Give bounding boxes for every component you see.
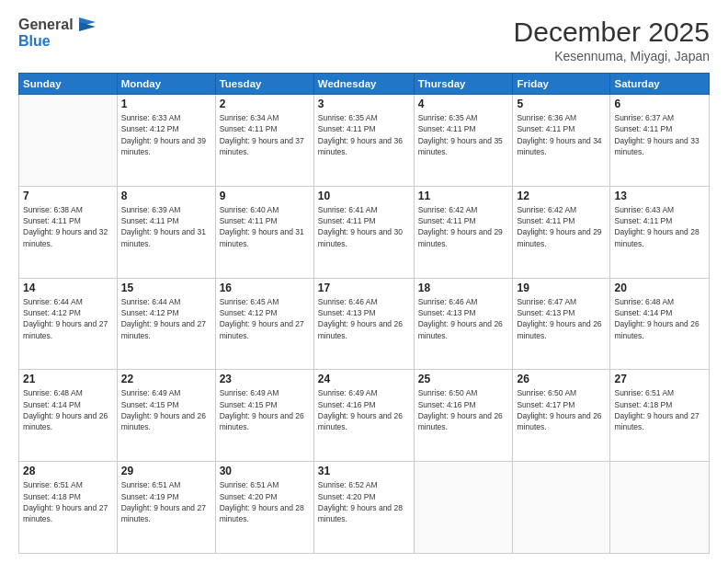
month-title: December 2025	[514, 17, 710, 47]
day-number: 22	[121, 373, 211, 385]
day-number: 5	[517, 98, 606, 110]
day-number: 29	[121, 465, 211, 477]
day-info: Sunrise: 6:48 AMSunset: 4:14 PMDaylight:…	[23, 387, 113, 432]
calendar-cell: 19Sunrise: 6:47 AMSunset: 4:13 PMDayligh…	[513, 278, 610, 370]
day-header-tuesday: Tuesday	[215, 74, 313, 95]
week-row-4: 21Sunrise: 6:48 AMSunset: 4:14 PMDayligh…	[19, 370, 710, 462]
day-info: Sunrise: 6:50 AMSunset: 4:16 PMDaylight:…	[418, 387, 509, 432]
day-number: 8	[121, 190, 211, 202]
day-number: 11	[418, 190, 509, 202]
calendar-table: SundayMondayTuesdayWednesdayThursdayFrid…	[18, 73, 710, 554]
day-number: 6	[614, 98, 705, 110]
calendar-cell: 26Sunrise: 6:50 AMSunset: 4:17 PMDayligh…	[513, 370, 610, 462]
day-info: Sunrise: 6:47 AMSunset: 4:13 PMDaylight:…	[517, 296, 606, 341]
day-number: 15	[121, 282, 211, 294]
day-number: 17	[318, 282, 410, 294]
week-row-3: 14Sunrise: 6:44 AMSunset: 4:12 PMDayligh…	[19, 278, 710, 370]
calendar-cell: 14Sunrise: 6:44 AMSunset: 4:12 PMDayligh…	[19, 278, 118, 370]
day-info: Sunrise: 6:44 AMSunset: 4:12 PMDaylight:…	[121, 296, 211, 341]
calendar-cell: 9Sunrise: 6:40 AMSunset: 4:11 PMDaylight…	[215, 186, 313, 278]
header-row: SundayMondayTuesdayWednesdayThursdayFrid…	[19, 74, 710, 95]
calendar-cell: 16Sunrise: 6:45 AMSunset: 4:12 PMDayligh…	[215, 278, 313, 370]
calendar-cell: 27Sunrise: 6:51 AMSunset: 4:18 PMDayligh…	[610, 370, 710, 462]
day-number: 3	[318, 98, 410, 110]
day-info: Sunrise: 6:49 AMSunset: 4:15 PMDaylight:…	[121, 387, 211, 432]
calendar-cell: 5Sunrise: 6:36 AMSunset: 4:11 PMDaylight…	[513, 95, 610, 187]
title-block: December 2025 Kesennuma, Miyagi, Japan	[514, 17, 710, 63]
day-number: 9	[220, 190, 310, 202]
day-header-wednesday: Wednesday	[313, 74, 414, 95]
day-header-sunday: Sunday	[19, 74, 118, 95]
calendar-cell: 13Sunrise: 6:43 AMSunset: 4:11 PMDayligh…	[610, 186, 710, 278]
calendar-cell: 3Sunrise: 6:35 AMSunset: 4:11 PMDaylight…	[313, 95, 414, 187]
day-info: Sunrise: 6:51 AMSunset: 4:18 PMDaylight:…	[614, 387, 705, 432]
day-number: 13	[614, 190, 705, 202]
day-info: Sunrise: 6:41 AMSunset: 4:11 PMDaylight:…	[318, 204, 410, 249]
day-number: 2	[220, 98, 310, 110]
calendar-cell: 23Sunrise: 6:49 AMSunset: 4:15 PMDayligh…	[215, 370, 313, 462]
day-info: Sunrise: 6:44 AMSunset: 4:12 PMDaylight:…	[23, 296, 113, 341]
calendar-cell: 28Sunrise: 6:51 AMSunset: 4:18 PMDayligh…	[19, 462, 118, 554]
header: General Blue December 2025 Kesennuma, Mi…	[18, 17, 710, 63]
week-row-1: 1Sunrise: 6:33 AMSunset: 4:12 PMDaylight…	[19, 95, 710, 187]
day-number: 12	[517, 190, 606, 202]
day-header-thursday: Thursday	[414, 74, 513, 95]
day-info: Sunrise: 6:35 AMSunset: 4:11 PMDaylight:…	[418, 112, 509, 157]
week-row-5: 28Sunrise: 6:51 AMSunset: 4:18 PMDayligh…	[19, 462, 710, 554]
day-info: Sunrise: 6:35 AMSunset: 4:11 PMDaylight:…	[318, 112, 410, 157]
day-number: 16	[220, 282, 310, 294]
logo-general: General	[18, 17, 74, 33]
day-number: 20	[614, 282, 705, 294]
day-number: 18	[418, 282, 509, 294]
day-number: 4	[418, 98, 509, 110]
day-number: 27	[614, 373, 705, 385]
day-header-saturday: Saturday	[610, 74, 710, 95]
calendar-cell: 31Sunrise: 6:52 AMSunset: 4:20 PMDayligh…	[313, 462, 414, 554]
calendar-cell: 21Sunrise: 6:48 AMSunset: 4:14 PMDayligh…	[19, 370, 118, 462]
day-info: Sunrise: 6:51 AMSunset: 4:20 PMDaylight:…	[220, 479, 310, 524]
day-info: Sunrise: 6:45 AMSunset: 4:12 PMDaylight:…	[220, 296, 310, 341]
day-info: Sunrise: 6:34 AMSunset: 4:11 PMDaylight:…	[220, 112, 310, 157]
day-info: Sunrise: 6:46 AMSunset: 4:13 PMDaylight:…	[418, 296, 509, 341]
calendar-cell: 4Sunrise: 6:35 AMSunset: 4:11 PMDaylight…	[414, 95, 513, 187]
page: General Blue December 2025 Kesennuma, Mi…	[0, 0, 728, 563]
calendar-cell	[19, 95, 118, 187]
day-info: Sunrise: 6:38 AMSunset: 4:11 PMDaylight:…	[23, 204, 113, 249]
calendar-cell: 30Sunrise: 6:51 AMSunset: 4:20 PMDayligh…	[215, 462, 313, 554]
day-number: 7	[23, 190, 113, 202]
day-info: Sunrise: 6:39 AMSunset: 4:11 PMDaylight:…	[121, 204, 211, 249]
day-number: 23	[220, 373, 310, 385]
calendar-cell: 10Sunrise: 6:41 AMSunset: 4:11 PMDayligh…	[313, 186, 414, 278]
day-number: 14	[23, 282, 113, 294]
week-row-2: 7Sunrise: 6:38 AMSunset: 4:11 PMDaylight…	[19, 186, 710, 278]
day-info: Sunrise: 6:42 AMSunset: 4:11 PMDaylight:…	[418, 204, 509, 249]
day-number: 19	[517, 282, 606, 294]
logo: General Blue	[18, 17, 96, 50]
day-number: 10	[318, 190, 410, 202]
day-number: 25	[418, 373, 509, 385]
day-info: Sunrise: 6:37 AMSunset: 4:11 PMDaylight:…	[614, 112, 705, 157]
day-info: Sunrise: 6:36 AMSunset: 4:11 PMDaylight:…	[517, 112, 606, 157]
day-number: 31	[318, 465, 410, 477]
day-info: Sunrise: 6:50 AMSunset: 4:17 PMDaylight:…	[517, 387, 606, 432]
day-info: Sunrise: 6:51 AMSunset: 4:19 PMDaylight:…	[121, 479, 211, 524]
calendar-cell: 7Sunrise: 6:38 AMSunset: 4:11 PMDaylight…	[19, 186, 118, 278]
day-info: Sunrise: 6:42 AMSunset: 4:11 PMDaylight:…	[517, 204, 606, 249]
calendar-cell: 18Sunrise: 6:46 AMSunset: 4:13 PMDayligh…	[414, 278, 513, 370]
day-info: Sunrise: 6:51 AMSunset: 4:18 PMDaylight:…	[23, 479, 113, 524]
day-number: 24	[318, 373, 410, 385]
calendar-cell: 1Sunrise: 6:33 AMSunset: 4:12 PMDaylight…	[117, 95, 215, 187]
day-info: Sunrise: 6:48 AMSunset: 4:14 PMDaylight:…	[614, 296, 705, 341]
calendar-cell: 29Sunrise: 6:51 AMSunset: 4:19 PMDayligh…	[117, 462, 215, 554]
day-header-monday: Monday	[117, 74, 215, 95]
calendar-cell: 6Sunrise: 6:37 AMSunset: 4:11 PMDaylight…	[610, 95, 710, 187]
day-number: 30	[220, 465, 310, 477]
day-info: Sunrise: 6:49 AMSunset: 4:15 PMDaylight:…	[220, 387, 310, 432]
logo-blue: Blue	[18, 33, 51, 50]
calendar-cell: 12Sunrise: 6:42 AMSunset: 4:11 PMDayligh…	[513, 186, 610, 278]
day-number: 28	[23, 465, 113, 477]
location-title: Kesennuma, Miyagi, Japan	[514, 49, 710, 63]
calendar-cell: 17Sunrise: 6:46 AMSunset: 4:13 PMDayligh…	[313, 278, 414, 370]
calendar-cell: 22Sunrise: 6:49 AMSunset: 4:15 PMDayligh…	[117, 370, 215, 462]
calendar-cell: 20Sunrise: 6:48 AMSunset: 4:14 PMDayligh…	[610, 278, 710, 370]
